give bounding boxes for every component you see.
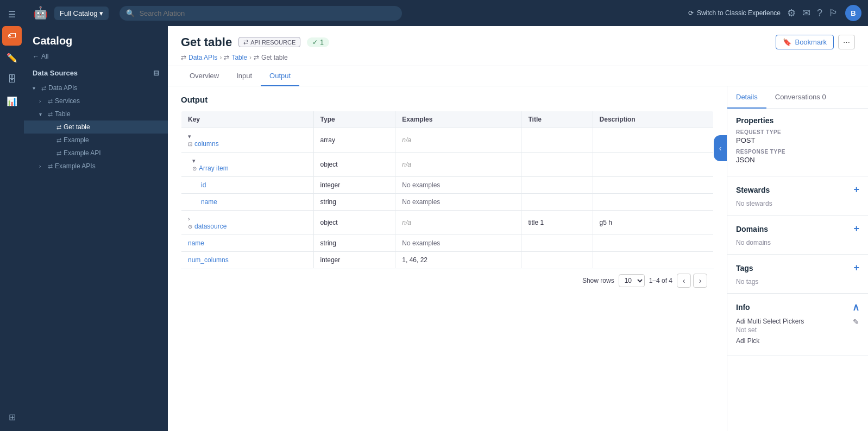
- page-nav: ‹ ›: [677, 274, 707, 288]
- row-type-cell: object: [313, 211, 395, 235]
- info-item-content-2: Adi Pick: [736, 337, 759, 345]
- key-link-array-item[interactable]: ⊙ Array item: [192, 164, 307, 172]
- row-examples-cell: n/a: [395, 128, 521, 153]
- main-content: Get table ⇄ API RESOURCE ✓ 1 🔖: [168, 26, 868, 431]
- sidebar-item-label: Get table: [64, 123, 90, 131]
- key-link-name-2[interactable]: name: [188, 239, 307, 247]
- avatar[interactable]: B: [845, 5, 861, 21]
- breadcrumb-data-apis[interactable]: Data APIs: [188, 54, 217, 61]
- stewards-section: Stewards + No stewards: [727, 176, 868, 216]
- object-icon: ⊙: [192, 166, 197, 172]
- row-type-cell: object: [313, 153, 395, 177]
- grid-plus-icon-button[interactable]: ⊞: [2, 407, 22, 427]
- next-page-button[interactable]: ›: [693, 274, 707, 288]
- request-type-label: REQUEST TYPE: [736, 129, 859, 135]
- info-item-label-2: Adi Pick: [736, 337, 759, 345]
- add-domain-button[interactable]: +: [853, 223, 859, 234]
- nav-section-data-sources: Data Sources ⊟: [24, 65, 168, 81]
- hamburger-menu-button[interactable]: ☰: [2, 4, 22, 24]
- app-logo: 🤖: [30, 3, 50, 23]
- stewards-title: Stewards: [736, 186, 770, 194]
- prev-page-button[interactable]: ‹: [677, 274, 691, 288]
- add-tag-button[interactable]: +: [853, 262, 859, 274]
- edit-info-button[interactable]: ✎: [853, 318, 859, 326]
- conversations-count: 0: [822, 93, 826, 101]
- row-desc-cell: [593, 177, 713, 194]
- details-tab-details[interactable]: Details: [727, 86, 766, 109]
- data-sources-label: Data Sources: [33, 69, 78, 77]
- tags-empty: No tags: [736, 278, 859, 286]
- nav-tree: ▾ ⇄ Data APIs › ⇄ Services ▾ ⇄ Table: [24, 81, 168, 173]
- filter-icon[interactable]: ⊟: [153, 69, 159, 77]
- search-bar[interactable]: 🔍: [119, 6, 402, 21]
- sidebar-item-example-apis[interactable]: › ⇄ Example APIs: [24, 160, 168, 173]
- row-expander[interactable]: ›: [188, 216, 190, 222]
- row-examples-cell: No examples: [395, 194, 521, 211]
- row-expander[interactable]: ▾: [188, 133, 191, 140]
- topbar-actions: ⟳ Switch to Classic Experience ⚙ ✉ ? 🏳 B: [688, 5, 861, 21]
- search-input[interactable]: [139, 9, 395, 17]
- pen-icon-button[interactable]: ✏️: [2, 48, 22, 67]
- mail-icon[interactable]: ✉: [802, 7, 810, 19]
- sidebar-item-services[interactable]: › ⇄ Services: [24, 94, 168, 107]
- sidebar-item-data-apis[interactable]: ▾ ⇄ Data APIs: [24, 81, 168, 94]
- breadcrumb-table[interactable]: Table: [231, 54, 247, 61]
- more-options-button[interactable]: ⋯: [838, 35, 855, 49]
- response-type-label: RESPONSE TYPE: [736, 149, 859, 155]
- tab-output[interactable]: Output: [261, 66, 299, 86]
- key-link-columns[interactable]: ⊡ columns: [188, 140, 307, 148]
- table-row: name string No examples: [181, 235, 714, 252]
- help-icon[interactable]: ?: [817, 8, 822, 19]
- pagination-text: 1–4 of 4: [649, 277, 672, 284]
- switch-experience-button[interactable]: ⟳ Switch to Classic Experience: [688, 9, 781, 17]
- breadcrumb-table-icon: ⇄: [224, 54, 229, 61]
- key-link-num-columns[interactable]: num_columns: [188, 256, 307, 264]
- domains-section: Domains + No domains: [727, 216, 868, 255]
- catalog-icon-button[interactable]: 🏷: [2, 26, 22, 46]
- panel-toggle-button[interactable]: ‹: [714, 135, 727, 161]
- tags-section: Tags + No tags: [727, 255, 868, 294]
- sidebar-item-label: Example API: [64, 149, 101, 157]
- flag-icon[interactable]: 🏳: [829, 8, 839, 19]
- tags-title: Tags: [736, 264, 753, 272]
- settings-icon[interactable]: ⚙: [787, 7, 796, 19]
- api-icon: ⇄: [41, 85, 46, 92]
- tab-input[interactable]: Input: [228, 66, 261, 86]
- rows-per-page-select[interactable]: 10 25 50: [619, 274, 645, 287]
- sidebar-item-example[interactable]: ⇄ Example: [24, 134, 168, 147]
- row-key-cell: ▾ ⊡ columns: [181, 128, 314, 153]
- row-expander[interactable]: ▾: [192, 157, 196, 164]
- api-resource-badge: ⇄ API RESOURCE: [238, 37, 300, 47]
- tab-overview[interactable]: Overview: [181, 66, 228, 86]
- nav-back-button[interactable]: ← All: [24, 52, 168, 65]
- archive-icon-button[interactable]: 🗄: [2, 69, 22, 89]
- row-desc-cell: [593, 235, 713, 252]
- sidebar-item-example-api[interactable]: ⇄ Example API: [24, 147, 168, 160]
- collapse-info-button[interactable]: ∧: [852, 301, 859, 313]
- details-tab-conversations[interactable]: Conversations 0: [766, 86, 835, 109]
- tags-header: Tags +: [736, 262, 859, 274]
- catalog-selector[interactable]: Full Catalog ▾: [54, 7, 109, 20]
- switch-label: Switch to Classic Experience: [697, 9, 781, 17]
- col-header-examples: Examples: [395, 111, 521, 128]
- page-header: Get table ⇄ API RESOURCE ✓ 1 🔖: [168, 26, 868, 66]
- nav-header: Catalog: [24, 26, 168, 52]
- key-link-name-1[interactable]: name: [201, 198, 307, 206]
- col-header-title: Title: [521, 111, 593, 128]
- sidebar-item-table[interactable]: ▾ ⇄ Table: [24, 107, 168, 121]
- table-footer: Show rows 10 25 50 1–4 of 4 ‹ ›: [181, 269, 714, 292]
- chart-icon-button[interactable]: 📊: [2, 91, 22, 111]
- breadcrumb-get-table: Get table: [261, 54, 288, 61]
- bookmark-button[interactable]: 🔖 Bookmark: [776, 35, 834, 49]
- sidebar-item-label: Data APIs: [48, 84, 77, 92]
- row-type-cell: integer: [313, 252, 395, 269]
- sidebar-item-get-table[interactable]: ⇄ Get table: [24, 121, 168, 134]
- row-key-cell: name: [181, 235, 314, 252]
- table-row: ▾ ⊙ Array item object n/a: [181, 153, 714, 177]
- topbar: 🤖 Full Catalog ▾ 🔍 ⟳ Switch to Classic E…: [24, 0, 868, 26]
- key-link-id[interactable]: id: [201, 181, 307, 189]
- info-section: Info ∧ Adi Multi Select Pickers Not set …: [727, 294, 868, 356]
- table-row: › ⊙ datasource object n/a title 1: [181, 211, 714, 235]
- key-link-datasource[interactable]: ⊙ datasource: [188, 223, 307, 230]
- add-steward-button[interactable]: +: [853, 184, 859, 195]
